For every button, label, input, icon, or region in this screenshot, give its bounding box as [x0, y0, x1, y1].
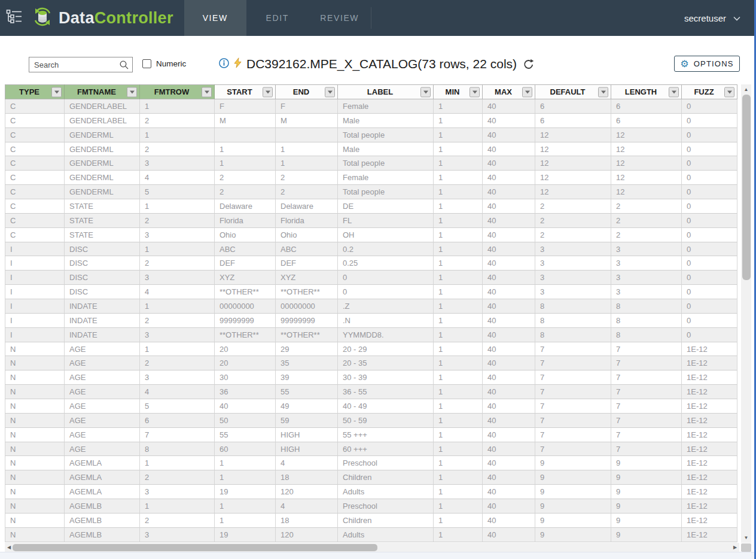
- table-row[interactable]: IDISC4**OTHER****OTHER**0140330: [5, 285, 737, 299]
- table-cell: C: [5, 99, 65, 114]
- col-header-fuzz[interactable]: FUZZ: [682, 84, 737, 99]
- table-row[interactable]: IINDATE29999999999999999.N140880: [5, 314, 737, 328]
- scroll-left-icon[interactable]: ◀: [5, 543, 13, 552]
- table-cell: 0: [682, 285, 737, 299]
- table-cell: 0: [682, 228, 737, 242]
- col-header-fmtrow[interactable]: FMTROW: [140, 84, 215, 99]
- table-row[interactable]: NAGEMLB319120Adults140991E-12: [5, 528, 737, 542]
- table-cell: 36 - 55: [338, 385, 434, 399]
- user-menu[interactable]: secretuser: [660, 0, 756, 36]
- table-row[interactable]: CSTATE2FloridaFloridaFL140220: [5, 214, 737, 228]
- table-cell: AGE: [65, 414, 140, 428]
- col-header-start[interactable]: START: [215, 84, 276, 99]
- table-row[interactable]: NAGEMLA319120Adults140991E-12: [5, 485, 737, 499]
- table-cell: 6: [535, 99, 611, 114]
- info-icon[interactable]: [219, 58, 229, 71]
- table-cell: DEF: [276, 256, 338, 271]
- search-input[interactable]: [29, 60, 119, 69]
- table-row[interactable]: IDISC1ABCABC0.2140330: [5, 242, 737, 257]
- numeric-checkbox[interactable]: [142, 59, 151, 68]
- filter-icon[interactable]: [522, 87, 532, 97]
- table-row[interactable]: NAGE2203520 - 35140771E-12: [5, 356, 737, 370]
- tree-menu-button[interactable]: [0, 0, 27, 36]
- table-row[interactable]: NAGE1202920 - 29140771E-12: [5, 342, 737, 357]
- filter-icon[interactable]: [598, 87, 608, 97]
- filter-icon[interactable]: [420, 87, 431, 97]
- col-header-label[interactable]: LABEL: [338, 84, 434, 99]
- table-row[interactable]: CGENDERLABEL2MMMale140660: [5, 114, 737, 128]
- table-cell: 1: [434, 385, 483, 399]
- filter-icon[interactable]: [127, 87, 137, 97]
- filter-icon[interactable]: [470, 87, 480, 97]
- table-row[interactable]: NAGE860HIGH60 +++140771E-12: [5, 442, 737, 457]
- table-cell: STATE: [65, 199, 140, 214]
- table-row[interactable]: NAGE4365536 - 55140771E-12: [5, 385, 737, 399]
- table-row[interactable]: CSTATE1DelawareDelawareDE140220: [5, 199, 737, 214]
- table-cell: 1: [140, 128, 215, 142]
- scroll-down-icon[interactable]: ▼: [741, 533, 751, 542]
- table-cell: 7: [535, 342, 611, 357]
- table-row[interactable]: CGENDERML311Total people14012120: [5, 156, 737, 171]
- table-cell: 4: [276, 499, 338, 514]
- table-cell: 12: [535, 128, 611, 142]
- tab-view[interactable]: VIEW: [184, 0, 246, 36]
- table-cell: 40: [483, 156, 535, 171]
- filter-icon[interactable]: [325, 87, 335, 97]
- table-row[interactable]: CGENDERLABEL1FFFemale140660: [5, 99, 737, 114]
- col-header-end[interactable]: END: [276, 84, 338, 99]
- scroll-right-icon[interactable]: ▶: [731, 543, 739, 552]
- col-header-min[interactable]: MIN: [434, 84, 483, 99]
- table-cell: 9: [611, 485, 682, 499]
- col-header-default[interactable]: DEFAULT: [535, 84, 611, 99]
- table-cell: 2: [215, 185, 276, 199]
- horizontal-scrollbar[interactable]: ◀ ▶: [5, 543, 739, 552]
- table-row[interactable]: CGENDERML211Male14012120: [5, 142, 737, 157]
- table-row[interactable]: NAGEMLA2118Children140991E-12: [5, 470, 737, 485]
- table-row[interactable]: IINDATE10000000000000000.Z140880: [5, 299, 737, 314]
- app-logo[interactable]: DataController: [32, 0, 173, 36]
- horizontal-scrollbar-thumb[interactable]: [13, 544, 377, 551]
- table-row[interactable]: NAGE5404940 - 49140771E-12: [5, 399, 737, 414]
- table-row[interactable]: IINDATE3**OTHER****OTHER**YYMMDD8.140880: [5, 328, 737, 342]
- table-cell: 7: [611, 399, 682, 414]
- table-cell: Total people: [338, 185, 434, 199]
- col-header-length[interactable]: LENGTH: [611, 84, 682, 99]
- table-cell: [276, 128, 338, 142]
- col-header-fmtname[interactable]: FMTNAME: [65, 84, 140, 99]
- vertical-scrollbar-thumb[interactable]: [742, 95, 751, 280]
- table-cell: 40: [483, 470, 535, 485]
- table-row[interactable]: NAGEMLA114Preschool140991E-12: [5, 456, 737, 470]
- table-cell: 8: [535, 328, 611, 342]
- table-cell: 12: [611, 142, 682, 157]
- options-button[interactable]: ⚙ OPTIONS: [674, 56, 740, 72]
- table-row[interactable]: NAGEMLB2118Children140991E-12: [5, 514, 737, 528]
- refresh-icon[interactable]: [523, 59, 534, 70]
- table-cell: 12: [611, 171, 682, 185]
- filter-icon[interactable]: [202, 87, 212, 97]
- table-row[interactable]: CGENDERML522Total people14012120: [5, 185, 737, 199]
- col-header-max[interactable]: MAX: [483, 84, 535, 99]
- table-row[interactable]: IDISC2DEFDEF0.25140330: [5, 256, 737, 271]
- bolt-icon[interactable]: [234, 57, 242, 71]
- table-row[interactable]: NAGE6505950 - 59140771E-12: [5, 414, 737, 428]
- table-cell: 2: [140, 214, 215, 228]
- filter-icon[interactable]: [51, 87, 62, 97]
- table-row[interactable]: CGENDERML1Total people14012120: [5, 128, 737, 142]
- table-cell: 9: [535, 499, 611, 514]
- col-header-type[interactable]: TYPE: [5, 84, 65, 99]
- table-row[interactable]: NAGEMLB114Preschool140991E-12: [5, 499, 737, 514]
- filter-icon[interactable]: [263, 87, 273, 97]
- tab-review[interactable]: REVIEW: [309, 0, 371, 36]
- table-row[interactable]: IDISC3XYZXYZ0140330: [5, 271, 737, 285]
- scroll-up-icon[interactable]: ▲: [741, 85, 751, 94]
- table-row[interactable]: NAGE755HIGH55 +++140771E-12: [5, 428, 737, 442]
- table-row[interactable]: CGENDERML422Female14012120: [5, 171, 737, 185]
- table-cell: 40: [483, 342, 535, 357]
- vertical-scrollbar[interactable]: ▲ ▼: [741, 84, 751, 543]
- table-row[interactable]: CSTATE3OhioOhioOH140220: [5, 228, 737, 242]
- table-cell: 1: [434, 356, 483, 370]
- filter-icon[interactable]: [724, 87, 734, 97]
- table-row[interactable]: NAGE3303930 - 39140771E-12: [5, 370, 737, 385]
- filter-icon[interactable]: [669, 87, 679, 97]
- tab-edit[interactable]: EDIT: [246, 0, 309, 36]
